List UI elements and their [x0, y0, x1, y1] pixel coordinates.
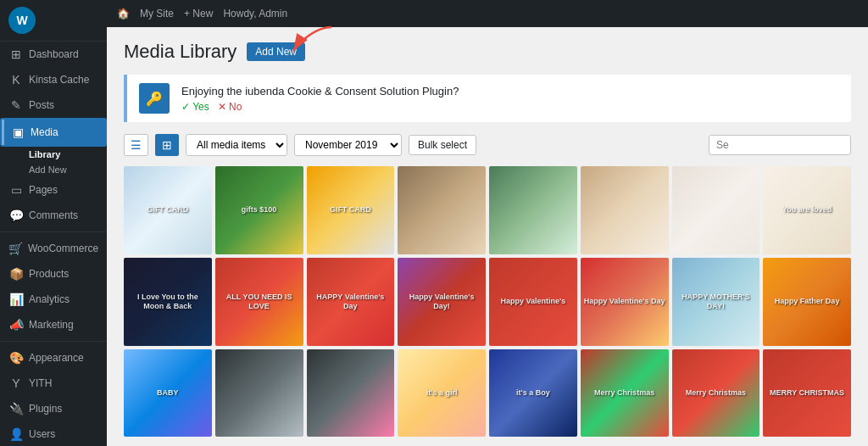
sidebar-item-analytics[interactable]: 📊 Analytics [0, 287, 107, 312]
bulk-select-button[interactable]: Bulk select [409, 135, 476, 155]
media-item-label: Merry Christmas [581, 349, 669, 438]
sidebar-item-pages[interactable]: ▭ Pages [0, 177, 107, 203]
comments-icon: 💬 [8, 209, 24, 222]
sidebar-item-kinsta-cache[interactable]: K Kinsta Cache [0, 67, 107, 92]
sidebar-divider-2 [0, 341, 107, 342]
notice-icon: 🔑 [139, 83, 170, 114]
media-item[interactable]: Merry Christmas [672, 349, 760, 438]
media-item-label: GIFT CARD [307, 166, 395, 254]
sidebar-sub-library[interactable]: Library [0, 147, 107, 162]
topbar-site-name[interactable]: My Site [140, 8, 174, 20]
sidebar-item-appearance[interactable]: 🎨 Appearance [0, 345, 107, 371]
media-item[interactable]: gifts $100 [215, 166, 303, 254]
media-item[interactable]: GIFT CARD [124, 166, 212, 254]
sidebar-item-label: YITH [29, 377, 52, 389]
media-item-label: gifts $100 [215, 166, 303, 254]
media-item[interactable]: MERRY CHRISTMAS [763, 349, 851, 438]
notice-text: Enjoying the iubenda Cookie & Consent So… [181, 85, 459, 98]
media-item-label: BABY [124, 349, 212, 438]
sidebar-item-label: Analytics [29, 293, 70, 305]
media-item[interactable]: Merry Christmas [581, 349, 669, 438]
media-filter-select[interactable]: All media items Images Audio Video [186, 134, 287, 156]
sidebar-divider [0, 231, 107, 232]
dashboard-icon: ⊞ [8, 47, 24, 61]
notice-banner: 🔑 Enjoying the iubenda Cookie & Consent … [124, 75, 851, 122]
products-icon: 📦 [8, 267, 24, 281]
topbar-new[interactable]: + New [184, 8, 213, 20]
notice-yes-link[interactable]: Yes [181, 101, 209, 113]
marketing-icon: 📣 [8, 318, 24, 332]
media-item[interactable] [398, 166, 486, 254]
media-item[interactable] [672, 166, 760, 254]
kinsta-icon: K [8, 73, 24, 86]
sidebar-item-posts[interactable]: ✎ Posts [0, 92, 107, 118]
sidebar: W ⊞ Dashboard K Kinsta Cache ✎ Posts ▣ M… [0, 0, 107, 446]
media-grid: GIFT CARDgifts $100GIFT CARDYou are love… [124, 166, 851, 437]
media-item-label: HAPPY Valentine's Day [307, 258, 395, 346]
sidebar-item-plugins[interactable]: 🔌 Plugins [0, 396, 107, 421]
media-item-label: ALL YOU NEED IS LOVE [215, 258, 303, 346]
search-media-input[interactable] [709, 135, 851, 155]
media-item-label: MERRY CHRISTMAS [763, 349, 851, 438]
media-item[interactable]: You are loved [763, 166, 851, 254]
list-view-button[interactable]: ☰ [124, 134, 148, 156]
sidebar-item-label: Pages [29, 184, 58, 196]
media-item-label: GIFT CARD [124, 166, 212, 254]
media-item[interactable]: Happy Father Day [763, 258, 851, 346]
sidebar-item-products[interactable]: 📦 Products [0, 261, 107, 287]
media-item[interactable] [307, 349, 395, 438]
sidebar-item-label: Posts [29, 99, 54, 111]
sidebar-item-label: Kinsta Cache [29, 74, 89, 86]
sidebar-item-users[interactable]: 👤 Users [0, 421, 107, 446]
media-item-label: Happy Valentine's Day! [398, 258, 486, 346]
media-item[interactable]: Happy Valentine's Day! [398, 258, 486, 346]
sidebar-item-yith[interactable]: Y YITH [0, 371, 107, 396]
sidebar-item-marketing[interactable]: 📣 Marketing [0, 312, 107, 337]
topbar-home[interactable]: 🏠 [117, 8, 130, 20]
media-item[interactable]: it's a girl [398, 349, 486, 438]
media-item-label: Happy Valentine's Day [581, 258, 669, 346]
posts-icon: ✎ [8, 98, 24, 112]
add-new-button[interactable]: Add New [247, 42, 305, 61]
grid-view-button[interactable]: ⊞ [155, 134, 179, 156]
sidebar-sub-add-new[interactable]: Add New [0, 162, 107, 177]
sidebar-item-label: Comments [29, 209, 78, 221]
media-item-label: Merry Christmas [672, 349, 760, 438]
media-item[interactable]: GIFT CARD [307, 166, 395, 254]
sidebar-item-comments[interactable]: 💬 Comments [0, 203, 107, 228]
media-item[interactable]: ALL YOU NEED IS LOVE [215, 258, 303, 346]
page-title: Media Library [124, 41, 236, 63]
media-item[interactable]: Happy Valentine's Day [581, 258, 669, 346]
media-item[interactable] [489, 166, 577, 254]
sidebar-item-label: Dashboard [29, 48, 79, 60]
media-item-label: I Love You to the Moon & Back [124, 258, 212, 346]
media-item[interactable]: HAPPY MOTHER'S DAY! [672, 258, 760, 346]
date-filter-select[interactable]: November 2019 October 2019 September 201… [294, 134, 402, 156]
media-icon: ▣ [10, 125, 25, 139]
woocommerce-icon: 🛒 [8, 242, 23, 255]
media-item[interactable]: Happy Valentine's [489, 258, 577, 346]
sidebar-item-dashboard[interactable]: ⊞ Dashboard [0, 42, 107, 67]
media-item[interactable] [581, 166, 669, 254]
notice-no-link[interactable]: No [218, 101, 242, 113]
wordpress-logo: W [8, 7, 36, 34]
sidebar-item-label: WooCommerce [28, 243, 98, 254]
sidebar-header: W [0, 0, 107, 42]
sidebar-item-label: Marketing [29, 319, 74, 331]
media-item-label: HAPPY MOTHER'S DAY! [672, 258, 760, 346]
media-item[interactable]: I Love You to the Moon & Back [124, 258, 212, 346]
media-item-label: You are loved [763, 166, 851, 254]
media-item-label: it's a girl [398, 349, 486, 438]
yith-icon: Y [8, 376, 24, 390]
topbar-user[interactable]: Howdy, Admin [223, 8, 287, 20]
media-item[interactable]: BABY [124, 349, 212, 438]
sidebar-item-woocommerce[interactable]: 🛒 WooCommerce [0, 236, 107, 261]
sidebar-item-media[interactable]: ▣ Media [0, 118, 107, 147]
media-toolbar: ☰ ⊞ All media items Images Audio Video N… [124, 134, 851, 156]
main-content: 🏠 My Site + New Howdy, Admin Media Libra… [107, 0, 868, 446]
media-item[interactable]: it's a Boy [489, 349, 577, 438]
media-item[interactable] [215, 349, 303, 438]
media-item[interactable]: HAPPY Valentine's Day [307, 258, 395, 346]
sidebar-item-label: Plugins [29, 403, 62, 415]
sidebar-item-label: Products [29, 268, 69, 280]
